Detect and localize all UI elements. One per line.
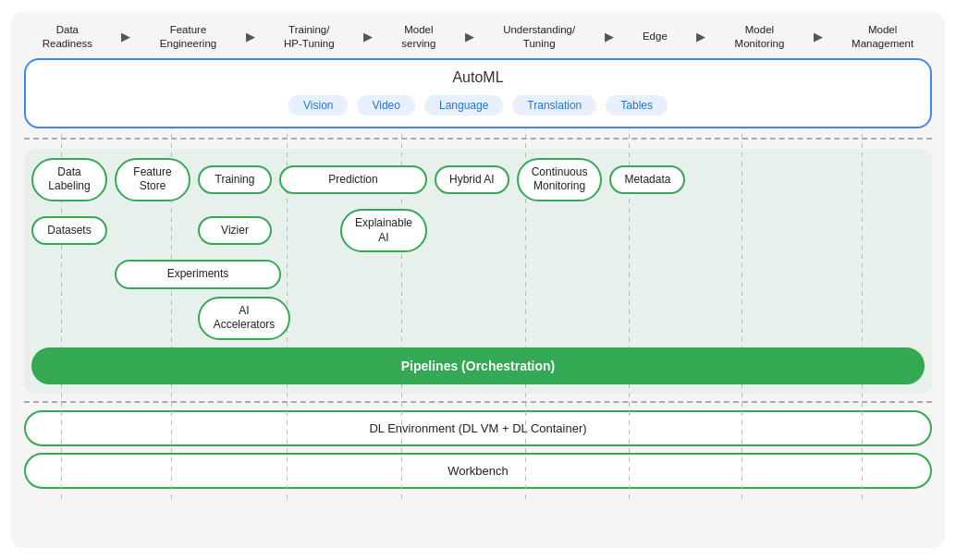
pill-hybrid-ai: Hybrid AI <box>435 165 509 195</box>
nav-arrow-5: ▶ <box>605 30 614 43</box>
automl-pill-vision: Vision <box>288 95 348 116</box>
nav-item-model-serving: Model serving <box>401 23 435 51</box>
nav-item-understanding: Understanding/ Tuning <box>503 23 575 51</box>
diagram-container: Data Readiness ▶ Feature Engineering ▶ T… <box>11 12 945 548</box>
pill-workbench: Workbench <box>24 453 932 489</box>
pill-continuous-monitoring: Continuous Monitoring <box>517 158 603 201</box>
nav-item-training: Training/ HP-Tuning <box>284 23 335 51</box>
nav-item-data-readiness: Data Readiness <box>43 23 92 51</box>
bottom-section: DL Environment (DL VM + DL Container) Wo… <box>24 410 932 489</box>
nav-arrow-2: ▶ <box>246 30 255 43</box>
main-area: AutoML Vision Video Language Translation… <box>24 58 932 489</box>
nav-item-edge: Edge <box>643 30 668 43</box>
automl-title: AutoML <box>41 69 915 86</box>
automl-pill-video: Video <box>357 95 414 116</box>
nav-arrow-4: ▶ <box>465 30 474 43</box>
dashed-divider-bottom <box>24 401 932 403</box>
automl-pill-language: Language <box>424 95 503 116</box>
nav-item-model-monitoring: Model Monitoring <box>735 23 785 51</box>
top-nav: Data Readiness ▶ Feature Engineering ▶ T… <box>11 12 945 58</box>
pill-data-labeling: Data Labeling <box>31 158 107 201</box>
pill-explainable-ai: Explainable AI <box>340 209 427 252</box>
pill-feature-store: Feature Store <box>115 158 190 201</box>
pill-pipelines: Pipelines (Orchestration) <box>31 347 925 384</box>
main-pills-row: Data Labeling Feature Store Training Pre… <box>31 158 925 201</box>
row3: Experiments <box>31 260 925 289</box>
automl-pill-translation: Translation <box>512 95 596 116</box>
pill-dl-environment: DL Environment (DL VM + DL Container) <box>24 410 932 446</box>
pill-prediction: Prediction <box>279 165 427 195</box>
automl-section: AutoML Vision Video Language Translation… <box>24 58 932 128</box>
nav-arrow-1: ▶ <box>121 30 130 43</box>
pill-metadata: Metadata <box>609 165 685 195</box>
nav-arrow-7: ▶ <box>814 30 823 43</box>
pill-training: Training <box>198 165 272 195</box>
nav-arrow-6: ▶ <box>696 30 705 43</box>
nav-item-feature-engineering: Feature Engineering <box>160 23 216 51</box>
automl-pills: Vision Video Language Translation Tables <box>41 95 915 116</box>
row4: AI Accelerators <box>31 297 925 340</box>
automl-pill-tables: Tables <box>606 95 668 116</box>
pill-experiments: Experiments <box>115 260 281 289</box>
pill-vizier: Vizier <box>198 216 272 246</box>
pill-ai-accelerators: AI Accelerators <box>198 297 290 340</box>
pill-datasets: Datasets <box>31 216 107 246</box>
green-section: Data Labeling Feature Store Training Pre… <box>24 149 932 394</box>
nav-arrow-3: ▶ <box>363 30 373 43</box>
nav-item-model-management: Model Management <box>852 23 913 51</box>
row2: Datasets Vizier Explainable AI <box>31 209 925 252</box>
dashed-divider-top <box>24 138 932 140</box>
